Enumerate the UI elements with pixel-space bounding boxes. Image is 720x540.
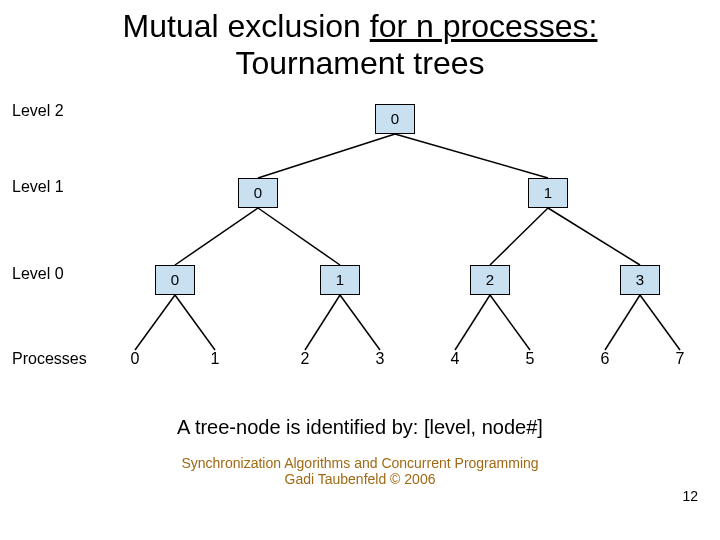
label-processes: Processes	[12, 350, 87, 368]
process-0: 0	[120, 350, 150, 368]
footer-line-1: Synchronization Algorithms and Concurren…	[181, 455, 538, 471]
caption: A tree-node is identified by: [level, no…	[0, 416, 720, 439]
svg-line-3	[258, 208, 340, 265]
process-7: 7	[665, 350, 695, 368]
svg-line-5	[548, 208, 640, 265]
page-number: 12	[682, 488, 698, 504]
title-underlined: for n processes:	[370, 8, 598, 44]
tournament-tree-diagram: Level 2 Level 1 Level 0 Processes 0 0 1 …	[0, 90, 720, 410]
svg-line-10	[455, 295, 490, 350]
svg-line-4	[490, 208, 548, 265]
node-l1-0: 0	[238, 178, 278, 208]
svg-line-8	[305, 295, 340, 350]
node-l0-3: 3	[620, 265, 660, 295]
footer-line-2: Gadi Taubenfeld © 2006	[285, 471, 436, 487]
svg-line-11	[490, 295, 530, 350]
svg-line-9	[340, 295, 380, 350]
svg-line-12	[605, 295, 640, 350]
node-l1-1: 1	[528, 178, 568, 208]
process-1: 1	[200, 350, 230, 368]
process-4: 4	[440, 350, 470, 368]
svg-line-7	[175, 295, 215, 350]
node-l0-1: 1	[320, 265, 360, 295]
label-level-0: Level 0	[12, 265, 64, 283]
label-level-2: Level 2	[12, 102, 64, 120]
svg-line-2	[175, 208, 258, 265]
process-2: 2	[290, 350, 320, 368]
node-l0-2: 2	[470, 265, 510, 295]
title-pre: Mutual exclusion	[123, 8, 370, 44]
footer: Synchronization Algorithms and Concurren…	[0, 455, 720, 489]
label-level-1: Level 1	[12, 178, 64, 196]
process-5: 5	[515, 350, 545, 368]
process-6: 6	[590, 350, 620, 368]
process-3: 3	[365, 350, 395, 368]
svg-line-13	[640, 295, 680, 350]
node-l0-0: 0	[155, 265, 195, 295]
svg-line-6	[135, 295, 175, 350]
svg-line-1	[395, 134, 548, 178]
title-line-2: Tournament trees	[235, 45, 484, 81]
node-l2-0: 0	[375, 104, 415, 134]
page-title: Mutual exclusion for n processes: Tourna…	[0, 8, 720, 82]
svg-line-0	[258, 134, 395, 178]
